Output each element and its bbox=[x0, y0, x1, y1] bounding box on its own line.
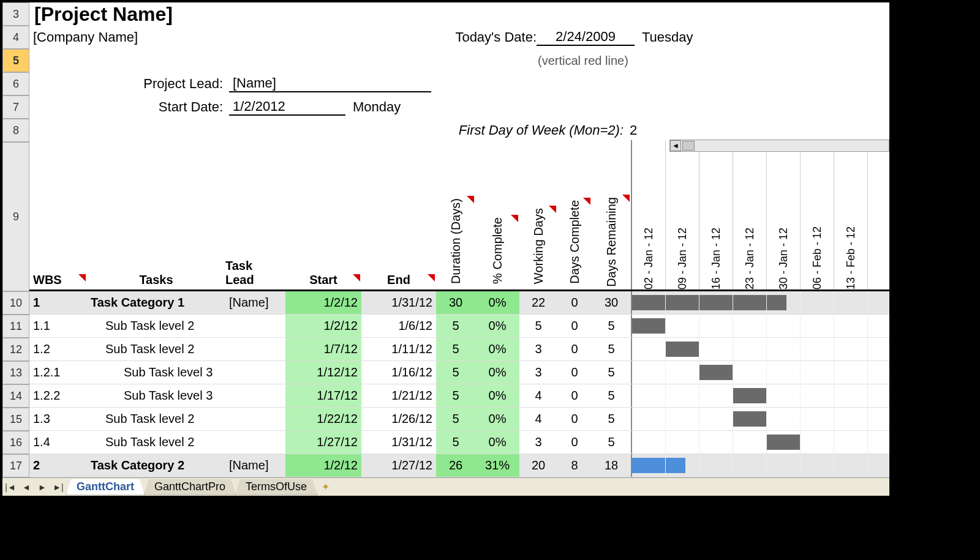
cell-days-remaining[interactable]: 5 bbox=[592, 361, 631, 384]
cell-days-complete[interactable]: 0 bbox=[557, 361, 592, 384]
cell-lead[interactable] bbox=[225, 338, 285, 360]
cell-days-remaining[interactable]: 5 bbox=[592, 408, 631, 430]
sheet-tab-ganttchartpro[interactable]: GanttChartPro bbox=[144, 479, 236, 495]
cell-end[interactable]: 1/21/12 bbox=[361, 384, 436, 407]
row-header-5[interactable]: 5 bbox=[2, 49, 29, 72]
cell-wbs[interactable]: 1.2.1 bbox=[29, 361, 87, 384]
table-row[interactable]: 1.4Sub Task level 21/27/121/31/1250%305 bbox=[29, 431, 889, 454]
cell-lead[interactable] bbox=[225, 431, 285, 454]
gantt-week-header[interactable]: 16 - Jan - 12 bbox=[699, 140, 733, 289]
cell-working-days[interactable]: 4 bbox=[519, 384, 557, 407]
cell-working-days[interactable]: 3 bbox=[519, 431, 557, 454]
cell-lead[interactable] bbox=[225, 408, 285, 430]
cell-end[interactable]: 1/6/12 bbox=[361, 315, 436, 337]
gantt-week-header[interactable]: 02 - Jan - 12 bbox=[632, 140, 666, 289]
row-header-6[interactable]: 6 bbox=[2, 72, 29, 95]
cell-end[interactable]: 1/27/12 bbox=[361, 454, 436, 477]
tab-nav-prev-icon[interactable]: ◄ bbox=[19, 480, 34, 495]
row-header-9[interactable]: 9 bbox=[2, 142, 29, 291]
cell-days-complete[interactable]: 8 bbox=[557, 454, 592, 477]
table-row[interactable]: 1.2Sub Task level 21/7/121/11/1250%305 bbox=[29, 338, 889, 361]
cell-duration[interactable]: 5 bbox=[436, 315, 475, 337]
cell-working-days[interactable]: 22 bbox=[519, 291, 557, 314]
new-sheet-icon[interactable]: ✦ bbox=[317, 481, 334, 493]
cell-end[interactable]: 1/16/12 bbox=[361, 361, 436, 384]
table-row[interactable]: 1Task Category 1[Name]1/2/121/31/12300%2… bbox=[29, 291, 889, 315]
cell-percent[interactable]: 0% bbox=[475, 291, 519, 314]
cell-duration[interactable]: 5 bbox=[436, 384, 475, 407]
cell-working-days[interactable]: 5 bbox=[519, 315, 557, 337]
cell-task[interactable]: Sub Task level 2 bbox=[87, 408, 225, 430]
cell-duration[interactable]: 26 bbox=[436, 454, 475, 477]
cell-duration[interactable]: 5 bbox=[436, 361, 475, 384]
col-days-remaining[interactable]: Days Remaining bbox=[592, 193, 631, 289]
cell-end[interactable]: 1/31/12 bbox=[361, 291, 436, 314]
table-row[interactable]: 2Task Category 2[Name]1/2/121/27/122631%… bbox=[29, 454, 889, 477]
cell-wbs[interactable]: 1.4 bbox=[29, 431, 87, 454]
cell-lead[interactable] bbox=[225, 384, 285, 407]
tab-nav-last-icon[interactable]: ►| bbox=[51, 480, 66, 495]
gantt-horizontal-scrollbar[interactable]: ◄ bbox=[669, 140, 889, 152]
row-header-11[interactable]: 11 bbox=[2, 315, 29, 338]
sheet-tab-termsofuse[interactable]: TermsOfUse bbox=[235, 479, 317, 495]
sheet-tab-ganttchart[interactable]: GanttChart bbox=[66, 479, 145, 495]
col-tasks[interactable]: Tasks bbox=[87, 273, 225, 289]
cell-percent[interactable]: 0% bbox=[475, 408, 519, 430]
cell-days-remaining[interactable]: 5 bbox=[592, 431, 631, 454]
cell-task[interactable]: Sub Task level 2 bbox=[87, 431, 225, 454]
row-header-10[interactable]: 10 bbox=[2, 291, 29, 315]
cell-start[interactable]: 1/2/12 bbox=[285, 454, 361, 477]
cell-start[interactable]: 1/7/12 bbox=[285, 338, 361, 360]
gantt-week-header[interactable]: 06 - Feb - 12 bbox=[801, 140, 834, 289]
cell-percent[interactable]: 0% bbox=[475, 361, 519, 384]
col-percent-complete[interactable]: % Complete bbox=[475, 214, 519, 289]
tab-nav-next-icon[interactable]: ► bbox=[35, 480, 50, 495]
cell-wbs[interactable]: 1.1 bbox=[29, 315, 87, 337]
cell-start[interactable]: 1/2/12 bbox=[285, 291, 361, 314]
cell-duration[interactable]: 30 bbox=[436, 291, 475, 314]
cell-start[interactable]: 1/27/12 bbox=[285, 431, 361, 454]
cell-task[interactable]: Sub Task level 3 bbox=[87, 384, 225, 407]
table-row[interactable]: 1.2.1Sub Task level 31/12/121/16/1250%30… bbox=[29, 361, 889, 384]
cell-duration[interactable]: 5 bbox=[436, 431, 475, 454]
cell-end[interactable]: 1/26/12 bbox=[361, 408, 436, 430]
cell-lead[interactable]: [Name] bbox=[225, 291, 285, 314]
row-header-16[interactable]: 16 bbox=[2, 431, 29, 454]
cell-working-days[interactable]: 3 bbox=[519, 361, 557, 384]
row-header-14[interactable]: 14 bbox=[2, 384, 29, 408]
cell-working-days[interactable]: 3 bbox=[519, 338, 557, 360]
col-start[interactable]: Start bbox=[285, 273, 361, 289]
scroll-left-icon[interactable]: ◄ bbox=[670, 140, 681, 151]
col-days-complete[interactable]: Days Complete bbox=[557, 196, 592, 289]
cell-start[interactable]: 1/12/12 bbox=[285, 361, 361, 384]
cell-percent[interactable]: 0% bbox=[475, 315, 519, 337]
cell-start[interactable]: 1/17/12 bbox=[285, 384, 361, 407]
cell-task[interactable]: Sub Task level 3 bbox=[87, 361, 225, 384]
row-header-3[interactable]: 3 bbox=[2, 2, 29, 26]
row-header-8[interactable]: 8 bbox=[2, 119, 29, 142]
cell-wbs[interactable]: 1 bbox=[29, 291, 87, 314]
cell-percent[interactable]: 31% bbox=[475, 454, 519, 477]
row-header-12[interactable]: 12 bbox=[2, 338, 29, 361]
cell-duration[interactable]: 5 bbox=[436, 338, 475, 360]
cell-lead[interactable] bbox=[225, 315, 285, 337]
cell-lead[interactable] bbox=[225, 361, 285, 384]
cell-percent[interactable]: 0% bbox=[475, 384, 519, 407]
cell-duration[interactable]: 5 bbox=[436, 408, 475, 430]
cell-working-days[interactable]: 20 bbox=[519, 454, 557, 477]
table-row[interactable]: 1.2.2Sub Task level 31/17/121/21/1250%40… bbox=[29, 384, 889, 408]
scroll-thumb[interactable] bbox=[682, 141, 695, 151]
cell-days-remaining[interactable]: 5 bbox=[592, 338, 631, 360]
gantt-week-header[interactable]: 30 - Jan - 12 bbox=[767, 140, 801, 289]
cell-working-days[interactable]: 4 bbox=[519, 408, 557, 430]
cell-lead[interactable]: [Name] bbox=[225, 454, 285, 477]
project-title[interactable]: [Project Name] bbox=[29, 2, 889, 26]
cell-wbs[interactable]: 1.3 bbox=[29, 408, 87, 430]
cell-start[interactable]: 1/2/12 bbox=[285, 315, 361, 337]
table-row[interactable]: 1.1Sub Task level 21/2/121/6/1250%505 bbox=[29, 315, 889, 338]
col-wbs[interactable]: WBS bbox=[29, 273, 87, 289]
col-end[interactable]: End bbox=[361, 273, 436, 289]
cell-end[interactable]: 1/31/12 bbox=[361, 431, 436, 454]
company-name[interactable]: [Company Name] bbox=[29, 29, 219, 45]
col-tasklead[interactable]: Task Lead bbox=[225, 259, 285, 289]
